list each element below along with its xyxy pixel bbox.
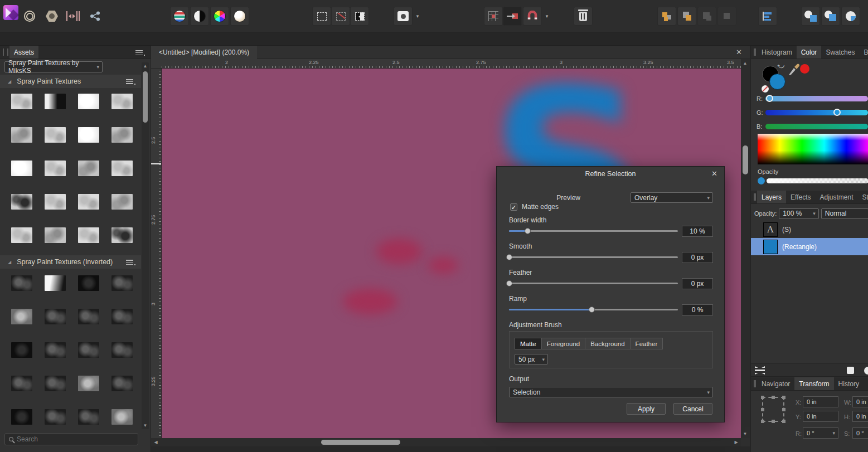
- asset-thumbnail[interactable]: [11, 376, 32, 391]
- boolean-add-button[interactable]: [801, 7, 820, 26]
- slider-knob[interactable]: [758, 177, 765, 184]
- layer-row-selected[interactable]: (Rectangle): [751, 238, 868, 255]
- border-width-slider[interactable]: [509, 228, 678, 234]
- move-forward-button[interactable]: [677, 7, 696, 26]
- auto-white-balance-button[interactable]: [230, 7, 249, 26]
- asset-thumbnail[interactable]: [45, 127, 66, 143]
- asset-thumbnail[interactable]: [111, 161, 133, 176]
- tab-transform[interactable]: Transform: [794, 377, 833, 390]
- slider-knob[interactable]: [833, 109, 841, 116]
- asset-thumbnail[interactable]: [78, 94, 99, 109]
- asset-thumbnail[interactable]: [111, 127, 133, 143]
- asset-thumbnail[interactable]: [111, 227, 133, 243]
- assets-search[interactable]: [4, 433, 138, 445]
- canvas-hscrollbar[interactable]: ◀ ▶: [151, 438, 741, 446]
- asset-thumbnail[interactable]: [78, 309, 99, 324]
- document-tab[interactable]: <Untitled> [Modified] (200.0%): [151, 46, 257, 59]
- select-all-button[interactable]: [312, 7, 331, 26]
- asset-thumbnail[interactable]: [45, 409, 66, 425]
- mask-icon[interactable]: [847, 367, 854, 374]
- pixel-grid-button[interactable]: [484, 7, 503, 26]
- smooth-slider[interactable]: [509, 254, 678, 260]
- scroll-left-icon[interactable]: ◀: [152, 440, 159, 445]
- feather-slider[interactable]: [509, 280, 678, 286]
- boolean-divide-button[interactable]: [841, 7, 860, 26]
- develop-persona-button[interactable]: [42, 7, 61, 26]
- asset-thumbnail[interactable]: [11, 227, 32, 243]
- h-field[interactable]: 0 in: [852, 411, 868, 422]
- s-field[interactable]: 0 °: [852, 427, 868, 439]
- smooth-value[interactable]: 0 px: [682, 252, 713, 263]
- assets-category-dropdown[interactable]: Spray Paint Textures by MiksKS ▾: [4, 61, 103, 72]
- slider-knob[interactable]: [525, 228, 531, 234]
- asset-thumbnail[interactable]: [78, 275, 99, 291]
- assets-section-header[interactable]: ◢ Spray Paint Textures: [0, 75, 141, 88]
- ramp-value[interactable]: 0 %: [682, 304, 713, 315]
- asset-thumbnail[interactable]: [11, 409, 32, 425]
- slider-knob[interactable]: [766, 95, 773, 102]
- brush-mode-matte[interactable]: Matte: [515, 338, 542, 349]
- asset-thumbnail[interactable]: [111, 194, 133, 210]
- green-slider[interactable]: [765, 110, 868, 115]
- search-input[interactable]: [17, 435, 117, 443]
- scroll-down-icon[interactable]: ▼: [142, 423, 149, 428]
- asset-thumbnail[interactable]: [111, 275, 133, 291]
- foreground-color-well[interactable]: [769, 74, 785, 90]
- output-dropdown[interactable]: Selection ▾: [509, 387, 713, 397]
- asset-thumbnail[interactable]: [111, 342, 133, 358]
- scroll-right-icon[interactable]: ▶: [733, 440, 740, 445]
- preview-dropdown[interactable]: Overlay ▾: [631, 192, 713, 203]
- export-persona-button[interactable]: [86, 7, 105, 26]
- assets-section-header[interactable]: ◢ Spray Paint Textures (Inverted): [0, 255, 141, 269]
- liquify-persona-button[interactable]: [64, 7, 83, 26]
- panel-grip[interactable]: [754, 380, 756, 387]
- asset-thumbnail[interactable]: [45, 227, 66, 243]
- feather-value[interactable]: 0 px: [682, 278, 713, 289]
- asset-thumbnail[interactable]: [111, 309, 133, 324]
- quick-mask-button[interactable]: [394, 7, 413, 26]
- layers-opacity-dropdown[interactable]: 100 % ▾: [779, 208, 818, 219]
- blue-slider[interactable]: [765, 124, 868, 129]
- auto-levels-button[interactable]: [170, 7, 189, 26]
- asset-thumbnail[interactable]: [45, 275, 66, 291]
- assistant-button[interactable]: [574, 7, 593, 26]
- no-color-icon[interactable]: [762, 85, 769, 93]
- move-backward-button[interactable]: [697, 7, 716, 26]
- scrollbar-thumb[interactable]: [143, 71, 148, 123]
- asset-thumbnail[interactable]: [78, 127, 99, 143]
- slider-knob[interactable]: [506, 280, 512, 286]
- red-slider[interactable]: [765, 96, 868, 101]
- asset-thumbnail[interactable]: [11, 127, 32, 143]
- adjustment-icon[interactable]: [864, 367, 868, 375]
- asset-thumbnail[interactable]: [78, 376, 99, 391]
- document-close-icon[interactable]: ✕: [736, 48, 742, 56]
- asset-thumbnail[interactable]: [45, 376, 66, 391]
- scroll-up-icon[interactable]: ▲: [142, 64, 149, 69]
- boolean-subtract-button[interactable]: [821, 7, 840, 26]
- dialog-close-icon[interactable]: ✕: [711, 169, 717, 178]
- asset-thumbnail[interactable]: [111, 409, 133, 425]
- color-opacity-slider[interactable]: [758, 177, 868, 184]
- canvas-vscrollbar[interactable]: ▲ ▼: [741, 59, 750, 438]
- asset-thumbnail[interactable]: [45, 94, 66, 109]
- blend-mode-dropdown[interactable]: Normal: [821, 208, 868, 219]
- move-to-front-button[interactable]: [657, 7, 676, 26]
- snapping-dropdown[interactable]: ▾: [542, 7, 551, 26]
- invert-selection-button[interactable]: [350, 7, 369, 26]
- asset-thumbnail[interactable]: [45, 194, 66, 210]
- x-field[interactable]: 0 in: [803, 396, 838, 407]
- tab-layers[interactable]: Layers: [757, 191, 786, 203]
- brush-mode-foreground[interactable]: Foreground: [541, 338, 585, 349]
- alignment-button[interactable]: [758, 7, 777, 26]
- r-field[interactable]: 0 ° ▾: [803, 427, 838, 439]
- tab-brushes[interactable]: Brushes: [859, 46, 868, 59]
- tab-navigator[interactable]: Navigator: [757, 377, 794, 390]
- tab-histogram[interactable]: Histogram: [757, 46, 797, 59]
- ramp-slider[interactable]: [509, 307, 678, 313]
- panel-grip[interactable]: [754, 193, 756, 201]
- border-width-value[interactable]: 10 %: [682, 226, 713, 237]
- asset-thumbnail[interactable]: [45, 342, 66, 358]
- asset-thumbnail[interactable]: [45, 309, 66, 324]
- scroll-up-icon[interactable]: ▲: [741, 61, 749, 66]
- y-field[interactable]: 0 in: [803, 411, 838, 422]
